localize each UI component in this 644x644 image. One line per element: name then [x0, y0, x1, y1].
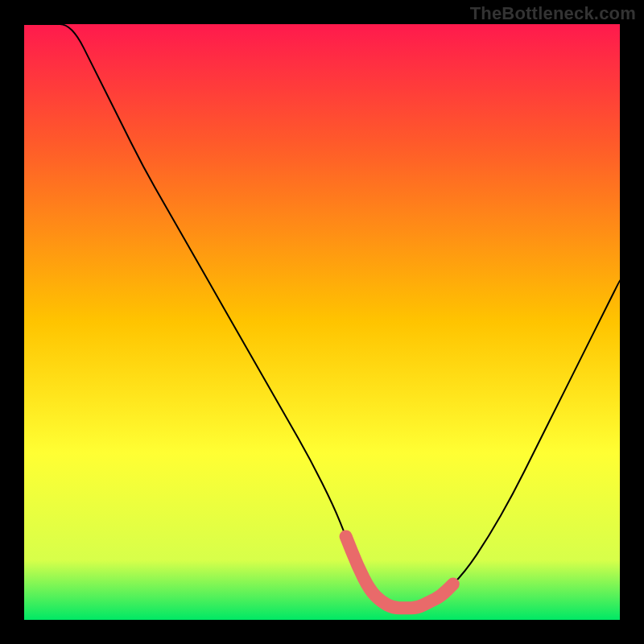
bottleneck-chart — [0, 0, 644, 644]
watermark-text: TheBottleneck.com — [470, 3, 636, 24]
chart-frame: TheBottleneck.com — [0, 0, 644, 644]
gradient-background — [24, 24, 620, 620]
